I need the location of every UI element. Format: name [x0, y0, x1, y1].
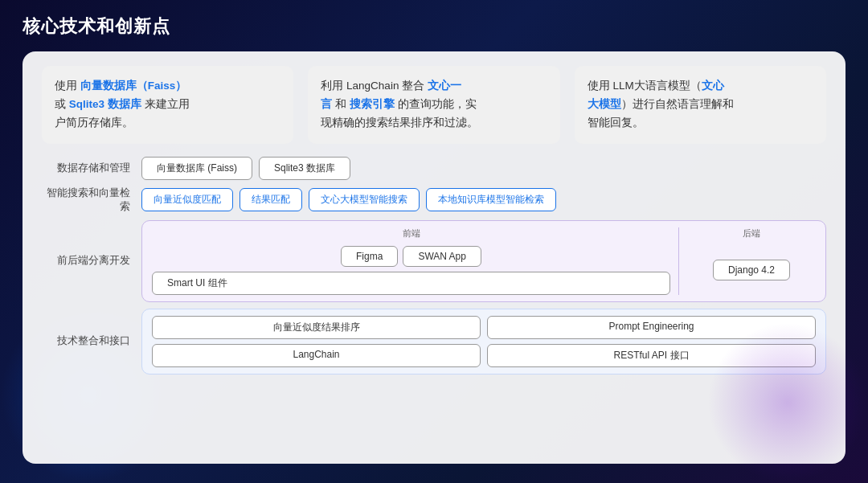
- main-container: 核心技术和创新点 使用 向量数据库（Faiss） 或 Sqlite3 数据库 来…: [0, 0, 868, 483]
- tech-int-row1: 向量近似度结果排序 Prompt Engineering: [152, 316, 816, 339]
- frontend-section: 前端 Figma SWAN App Smart UI 组件: [152, 227, 670, 295]
- tech-int-container: 向量近似度结果排序 Prompt Engineering LangChain R…: [141, 309, 826, 375]
- highlight-faiss: 向量数据库（Faiss）: [80, 80, 187, 92]
- label-fe-be: 前后端分离开发: [42, 254, 130, 268]
- page-title: 核心技术和创新点: [23, 14, 845, 39]
- tag-sqlite: Sqlite3 数据库: [259, 157, 350, 180]
- card-faiss: 使用 向量数据库（Faiss） 或 Sqlite3 数据库 来建立用 户简历存储…: [42, 66, 293, 144]
- highlight-sqlite: Sqlite3 数据库: [69, 98, 141, 110]
- tag-smart-ui: Smart UI 组件: [152, 272, 670, 295]
- tag-restful-api: RESTful API 接口: [487, 344, 816, 367]
- tag-figma: Figma: [341, 246, 398, 267]
- row-data-storage: 数据存储和管理 向量数据库 (Faiss) Sqlite3 数据库: [42, 157, 826, 180]
- fe-be-container: 前端 Figma SWAN App Smart UI 组件 后端: [141, 220, 826, 302]
- card-llm: 使用 LLM大语言模型（文心大模型）进行自然语言理解和 智能回复。: [575, 66, 826, 144]
- content-smart-search: 向量近似度匹配 结果匹配 文心大模型智能搜索 本地知识库模型智能检索: [141, 188, 826, 211]
- content-area: 使用 向量数据库（Faiss） 或 Sqlite3 数据库 来建立用 户简历存储…: [23, 51, 845, 464]
- row-tech-int: 技术整合和接口 向量近似度结果排序 Prompt Engineering Lan…: [42, 309, 826, 375]
- tech-int-row2: LangChain RESTful API 接口: [152, 344, 816, 367]
- fe-be-divider: [678, 227, 679, 295]
- tag-faiss: 向量数据库 (Faiss): [141, 157, 252, 180]
- frontend-label: 前端: [403, 227, 420, 239]
- tag-local-kb-search: 本地知识库模型智能检索: [426, 188, 556, 211]
- tag-wenxin-search: 文心大模型智能搜索: [309, 188, 420, 211]
- backend-section: 后端 Django 4.2: [687, 227, 816, 295]
- tag-swan: SWAN App: [403, 246, 481, 267]
- tag-result-match: 结果匹配: [240, 188, 302, 211]
- tag-approx-sort: 向量近似度结果排序: [152, 316, 481, 339]
- fe-row2: Smart UI 组件: [152, 272, 670, 295]
- row-smart-search: 智能搜索和向量检索 向量近似度匹配 结果匹配 文心大模型智能搜索 本地知识库模型…: [42, 186, 826, 214]
- tag-approx-match: 向量近似度匹配: [141, 188, 233, 211]
- tag-django: Django 4.2: [713, 260, 790, 280]
- highlight-wenxin-big: 文心大模型: [588, 80, 724, 110]
- tag-langchain: LangChain: [152, 344, 481, 367]
- backend-label: 后端: [743, 227, 760, 239]
- tag-prompt-eng: Prompt Engineering: [487, 316, 816, 339]
- highlight-search: 搜索引擎: [350, 98, 395, 110]
- fe-row1: Figma SWAN App: [152, 246, 670, 267]
- card-langchain: 利用 LangChain 整合 文心一言 和 搜索引擎 的查询功能，实 现精确的…: [308, 66, 559, 144]
- tech-rows: 数据存储和管理 向量数据库 (Faiss) Sqlite3 数据库 智能搜索和向…: [42, 157, 826, 375]
- label-smart-search: 智能搜索和向量检索: [42, 186, 130, 214]
- label-tech-int: 技术整合和接口: [42, 334, 130, 348]
- top-cards: 使用 向量数据库（Faiss） 或 Sqlite3 数据库 来建立用 户简历存储…: [42, 66, 826, 144]
- be-content: Django 4.2: [713, 246, 790, 295]
- label-data-storage: 数据存储和管理: [42, 162, 130, 175]
- row-fe-be: 前后端分离开发 前端 Figma SWAN App Smart UI 组件: [42, 220, 826, 302]
- content-data-storage: 向量数据库 (Faiss) Sqlite3 数据库: [141, 157, 826, 180]
